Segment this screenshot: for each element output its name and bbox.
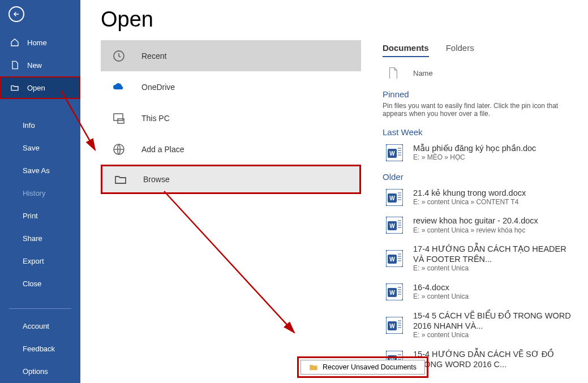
file-name: 16-4.docx <box>413 282 469 292</box>
location-label: Browse <box>143 175 170 184</box>
backstage-sidebar: Home New Open Info Save Save As History … <box>0 0 80 383</box>
location-browse[interactable]: Browse <box>101 165 361 194</box>
recover-label: Recover Unsaved Documents <box>323 363 417 371</box>
file-name: 17-4 HƯỚNG DẪN CÁCH TẠO HEADER VÀ FOOTER… <box>413 244 579 264</box>
nav-label: Close <box>23 279 41 288</box>
section-older: Older <box>383 170 582 183</box>
nav-label: Export <box>23 257 44 265</box>
nav-label: Save As <box>23 166 50 175</box>
file-path: E: » MÈO » HỌC <box>413 153 536 162</box>
open-icon <box>10 83 19 92</box>
pinned-hint: Pin files you want to easily find later.… <box>383 101 582 122</box>
page-title: Open <box>80 0 588 32</box>
location-label: Add a Place <box>141 145 184 154</box>
file-item[interactable]: 21.4 kẻ khung trong word.docxE: » conten… <box>383 183 582 212</box>
nav-label: New <box>27 61 42 70</box>
pc-icon <box>112 111 126 125</box>
onedrive-icon <box>112 80 126 94</box>
nav-label: Feedback <box>23 345 55 353</box>
nav-save[interactable]: Save <box>0 136 80 159</box>
nav-history: History <box>0 182 80 204</box>
file-path: E: » content Unica <box>413 264 579 273</box>
back-button[interactable] <box>8 6 24 22</box>
nav-home[interactable]: Home <box>0 31 80 54</box>
file-path: E: » content Unica » review khóa học <box>413 226 538 235</box>
nav-share[interactable]: Share <box>0 227 80 249</box>
location-label: Recent <box>141 51 166 61</box>
file-item[interactable]: 17-4 HƯỚNG DẪN CÁCH TẠO HEADER VÀ FOOTER… <box>383 239 582 278</box>
nav-save-as[interactable]: Save As <box>0 159 80 182</box>
nav-export[interactable]: Export <box>0 249 80 272</box>
new-icon <box>10 61 19 70</box>
nav-options[interactable]: Options <box>0 360 80 382</box>
nav-label: Open <box>27 84 45 92</box>
folder-icon <box>309 363 318 371</box>
nav-open[interactable]: Open <box>0 76 80 99</box>
nav-info[interactable]: Info <box>0 114 80 136</box>
document-icon <box>388 67 398 79</box>
file-item[interactable]: review khoa hoc guitar - 20.4.docxE: » c… <box>383 211 582 239</box>
location-label: This PC <box>141 114 170 123</box>
location-thispc[interactable]: This PC <box>101 102 361 134</box>
nav-print[interactable]: Print <box>0 204 80 227</box>
nav-close[interactable]: Close <box>0 272 80 295</box>
file-name: review khoa hoc guitar - 20.4.docx <box>413 216 538 226</box>
svg-rect-8 <box>114 114 123 121</box>
nav-label: Info <box>23 121 35 130</box>
nav-new[interactable]: New <box>0 54 80 76</box>
location-list: Recent OneDrive This PC Add a Place Brow… <box>101 40 361 194</box>
nav-label: Home <box>27 38 47 47</box>
addplace-icon <box>112 143 126 156</box>
word-icon <box>386 189 403 206</box>
folder-icon <box>114 173 127 186</box>
home-icon <box>10 38 19 47</box>
recover-highlight: Recover Unsaved Documents <box>297 356 428 378</box>
location-onedrive[interactable]: OneDrive <box>101 71 361 102</box>
nav-label: Print <box>23 212 38 220</box>
section-lastweek: Last Week <box>383 126 582 139</box>
file-path: E: » content Unica <box>413 331 579 340</box>
file-name: 21.4 kẻ khung trong word.docx <box>413 188 526 198</box>
nav-label: Options <box>23 367 48 376</box>
location-addplace[interactable]: Add a Place <box>101 134 361 165</box>
file-path: E: » content Unica » CONTENT T4 <box>413 198 526 207</box>
file-name: 15-4 5 CÁCH VẼ BIỂU ĐỒ TRONG WORD 2016 N… <box>413 311 579 331</box>
file-item[interactable]: Mẫu phiếu đăng ký học phần.doc E: » MÈO … <box>383 139 582 167</box>
location-label: OneDrive <box>141 83 175 92</box>
file-item[interactable]: 16-4.docxE: » content Unica <box>383 278 582 306</box>
file-panel: Documents Folders Name Pinned Pin files … <box>383 43 582 374</box>
section-pinned: Pinned <box>383 88 582 101</box>
tab-folders[interactable]: Folders <box>446 43 474 57</box>
nav-label: Save <box>23 144 40 152</box>
recover-unsaved-button[interactable]: Recover Unsaved Documents <box>301 360 425 375</box>
clock-icon <box>112 49 126 63</box>
word-icon <box>386 317 403 334</box>
word-icon <box>386 283 403 300</box>
word-icon <box>386 217 403 234</box>
divider <box>9 308 71 309</box>
file-path: E: » content Unica <box>413 292 469 302</box>
tab-documents[interactable]: Documents <box>383 43 429 57</box>
word-icon <box>386 250 403 267</box>
nav-label: Account <box>23 322 49 330</box>
nav-label: Share <box>23 234 42 243</box>
column-name: Name <box>413 69 433 78</box>
location-recent[interactable]: Recent <box>101 40 361 71</box>
file-item[interactable]: 15-4 5 CÁCH VẼ BIỂU ĐỒ TRONG WORD 2016 N… <box>383 306 582 345</box>
nav-account[interactable]: Account <box>0 315 80 337</box>
file-name: Mẫu phiếu đăng ký học phần.doc <box>413 143 536 153</box>
nav-label: History <box>23 189 45 197</box>
nav-feedback[interactable]: Feedback <box>0 337 80 360</box>
word-icon <box>386 144 403 161</box>
file-name: 15-4 HƯỚNG DẪN CÁCH VẼ SƠ ĐỒ TRONG WORD … <box>413 349 579 369</box>
